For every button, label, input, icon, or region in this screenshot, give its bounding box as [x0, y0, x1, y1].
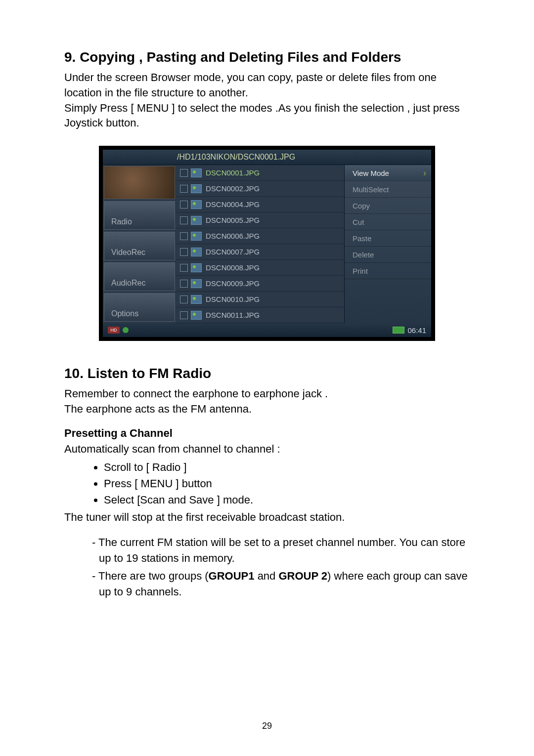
menu-item-label: Paste	[353, 234, 371, 243]
menu-item-label: Cut	[353, 218, 364, 226]
status-bar: HD 06:41	[103, 323, 431, 337]
menu-item-view-mode[interactable]: View Mode	[345, 165, 431, 181]
breadcrumb-path: /HD1/103NIKON/DSCN0001.JPG	[177, 153, 295, 161]
sidebar-item-label: AudioRec	[111, 279, 145, 288]
page-number: 29	[0, 721, 534, 731]
menu-item-label: MultiSelect	[353, 185, 389, 194]
menu-item-label: Print	[353, 267, 368, 275]
file-name: DSCN0010.JPG	[206, 295, 260, 303]
sidebar: Radio VideoRec AudioRec Options	[103, 165, 176, 323]
note-text: and	[255, 570, 279, 582]
list-item: Scroll to [ Radio ]	[104, 459, 470, 475]
sidebar-item-radio[interactable]: Radio	[104, 201, 175, 230]
checkbox-icon[interactable]	[180, 264, 188, 272]
file-name: DSCN0002.JPG	[206, 184, 260, 193]
note-text: - There are two groups (	[92, 570, 209, 582]
checkbox-icon[interactable]	[180, 169, 188, 177]
group2-label: GROUP 2	[278, 570, 327, 582]
menu-item-label: View Mode	[353, 169, 389, 177]
hd-badge-icon: HD	[108, 327, 120, 334]
checkbox-icon[interactable]	[180, 185, 188, 193]
image-file-icon	[191, 200, 202, 209]
menu-item-label: Delete	[353, 251, 374, 259]
section-10-para-2: The earphone acts as the FM antenna.	[64, 402, 470, 417]
file-name: DSCN0005.JPG	[206, 216, 260, 224]
menu-item-delete[interactable]: Delete	[345, 247, 431, 263]
file-row[interactable]: DSCN0005.JPG	[176, 212, 344, 228]
checkbox-icon[interactable]	[180, 201, 188, 209]
sidebar-item-label: Radio	[111, 217, 132, 226]
sidebar-item-videorec[interactable]: VideoRec	[104, 232, 175, 260]
battery-icon	[393, 327, 404, 334]
menu-item-cut[interactable]: Cut	[345, 214, 431, 230]
image-file-icon	[191, 232, 202, 241]
file-row[interactable]: DSCN0006.JPG	[176, 228, 344, 244]
presetting-subheading: Presetting a Channel	[64, 427, 470, 440]
list-item: Select [Scan and Save ] mode.	[104, 492, 470, 508]
file-row[interactable]: DSCN0008.JPG	[176, 260, 344, 276]
checkbox-icon[interactable]	[180, 232, 188, 240]
image-file-icon	[191, 216, 202, 225]
status-dot-icon	[123, 327, 129, 333]
menu-item-copy[interactable]: Copy	[345, 198, 431, 214]
file-row[interactable]: DSCN0011.JPG	[176, 307, 344, 323]
presetting-outro: The tuner will stop at the first receiva…	[64, 510, 470, 525]
image-file-icon	[191, 279, 202, 288]
group1-label: GROUP1	[209, 570, 255, 582]
section-10-heading: 10. Listen to FM Radio	[64, 366, 470, 381]
menu-item-print[interactable]: Print	[345, 263, 431, 279]
image-file-icon	[191, 168, 202, 177]
image-file-icon	[191, 248, 202, 256]
sidebar-item-label: Options	[111, 309, 138, 318]
image-file-icon	[191, 263, 202, 272]
image-file-icon	[191, 184, 202, 193]
file-row[interactable]: DSCN0010.JPG	[176, 292, 344, 307]
file-row[interactable]: DSCN0009.JPG	[176, 276, 344, 292]
presetting-intro: Automatically scan from channel to chann…	[64, 442, 470, 457]
menu-item-label: Copy	[353, 202, 370, 210]
section-9-heading: 9. Copying , Pasting and Deleting Files …	[64, 49, 470, 65]
file-row[interactable]: DSCN0004.JPG	[176, 197, 344, 212]
file-name: DSCN0007.JPG	[206, 248, 260, 256]
file-name: DSCN0006.JPG	[206, 232, 260, 240]
checkbox-icon[interactable]	[180, 311, 188, 319]
device-screenshot: /HD1/103NIKON/DSCN0001.JPG Radio VideoRe…	[99, 146, 435, 341]
image-file-icon	[191, 311, 202, 320]
file-name: DSCN0004.JPG	[206, 200, 260, 209]
checkbox-icon[interactable]	[180, 216, 188, 224]
menu-item-multiselect[interactable]: MultiSelect	[345, 181, 431, 198]
list-item: Press [ MENU ] button	[104, 475, 470, 492]
context-menu: View Mode MultiSelect Copy Cut Paste Del…	[344, 165, 431, 323]
file-name: DSCN0009.JPG	[206, 279, 260, 288]
sidebar-item-audiorec[interactable]: AudioRec	[104, 262, 175, 291]
file-name: DSCN0008.JPG	[206, 263, 260, 272]
section-10-para-1: Remember to connect the earphone to earp…	[64, 386, 470, 402]
sidebar-item-options[interactable]: Options	[104, 293, 175, 322]
checkbox-icon[interactable]	[180, 295, 188, 303]
checkbox-icon[interactable]	[180, 280, 188, 288]
note-item: - There are two groups (GROUP1 and GROUP…	[84, 568, 470, 600]
file-list: DSCN0001.JPG DSCN0002.JPG DSCN0004.JPG D…	[176, 165, 344, 323]
file-name: DSCN0001.JPG	[206, 168, 260, 177]
file-name: DSCN0011.JPG	[206, 311, 260, 319]
file-row[interactable]: DSCN0001.JPG	[176, 165, 344, 181]
presetting-steps: Scroll to [ Radio ] Press [ MENU ] butto…	[64, 459, 470, 508]
clock-time: 06:41	[407, 326, 426, 335]
section-9-para-2: Simply Press [ MENU ] to select the mode…	[64, 101, 470, 131]
menu-item-paste[interactable]: Paste	[345, 230, 431, 247]
checkbox-icon[interactable]	[180, 248, 188, 256]
image-file-icon	[191, 295, 202, 304]
section-9-para-1: Under the screen Browser mode, you can c…	[64, 70, 470, 101]
note-item: - The current FM station will be set to …	[84, 535, 470, 566]
thumbnail-preview	[104, 166, 175, 199]
file-row[interactable]: DSCN0007.JPG	[176, 244, 344, 260]
sidebar-item-label: VideoRec	[111, 248, 145, 257]
file-row[interactable]: DSCN0002.JPG	[176, 181, 344, 197]
